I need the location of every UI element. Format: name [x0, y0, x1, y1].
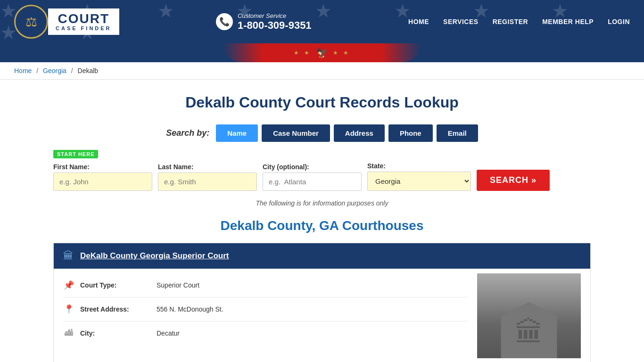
court-type-row: 📌 Court Type: Superior Court [63, 273, 468, 297]
page-title: Dekalb County Court Records Lookup [53, 94, 591, 111]
court-type-value: Superior Court [157, 281, 199, 289]
court-city-icon: 🏙 [63, 328, 74, 338]
city-label: City (optional): [263, 163, 362, 171]
state-field: State: Georgia Alabama Florida Tennessee… [367, 162, 471, 191]
court-address-label: Street Address: [80, 305, 151, 313]
court-address-row: 📍 Street Address: 556 N. McDonough St. [63, 297, 468, 321]
cs-label: Customer Service [238, 12, 312, 19]
first-name-input[interactable] [53, 173, 152, 191]
last-name-field: Last Name: [158, 163, 257, 191]
nav-login[interactable]: LOGIN [608, 18, 630, 25]
cs-phone: 1-800-309-9351 [238, 19, 312, 32]
nav-member-help[interactable]: MEMBER HELP [542, 18, 594, 25]
tab-name[interactable]: Name [216, 124, 258, 142]
last-name-label: Last Name: [158, 163, 257, 171]
search-by-row: Search by: Name Case Number Address Phon… [53, 124, 591, 142]
first-name-field: First Name: [53, 163, 152, 191]
logo-circle: ⚖ [14, 5, 48, 39]
courthouse-name-link[interactable]: DeKalb County Georgia Superior Court [80, 251, 229, 261]
ribbon-red: ★ ★ 🦅 ★ ★ [223, 43, 421, 62]
search-form-row: First Name: Last Name: City (optional): … [53, 162, 591, 191]
court-details: 📌 Court Type: Superior Court 📍 Street Ad… [63, 269, 468, 362]
logo-area: ⚖ COURT CASE FINDER [14, 5, 119, 39]
tab-address[interactable]: Address [334, 124, 385, 142]
site-header: ★ ★ ★ ★ ★ ★ ★ ★ ★ ★ ⚖ COURT CASE FINDER … [0, 0, 644, 43]
court-type-icon: 📌 [63, 280, 74, 290]
court-building-icon: 🏛 [63, 250, 74, 262]
search-by-label: Search by: [166, 128, 209, 138]
breadcrumb-sep-1: / [36, 67, 38, 74]
main-content: Dekalb County Court Records Lookup Searc… [39, 80, 605, 362]
customer-service-block: 📞 Customer Service 1-800-309-9351 [216, 12, 312, 32]
breadcrumb-state[interactable]: Georgia [43, 67, 66, 74]
ribbon-stars-left: ★ ★ [294, 49, 311, 56]
start-here-badge: START HERE [53, 150, 98, 158]
logo-text-block: COURT CASE FINDER [48, 8, 119, 35]
breadcrumb: Home / Georgia / Dekalb [0, 62, 644, 80]
state-select[interactable]: Georgia Alabama Florida Tennessee North … [367, 172, 471, 191]
court-photo [477, 273, 581, 358]
city-field: City (optional): [263, 163, 362, 191]
nav-home[interactable]: HOME [408, 18, 429, 25]
courthouse-card-header: 🏛 DeKalb County Georgia Superior Court [54, 243, 590, 269]
eagle-icon: 🦅 [316, 47, 328, 58]
court-city-label: City: [80, 329, 151, 337]
court-photo-placeholder [477, 273, 581, 358]
courthouse-card-body: 📌 Court Type: Superior Court 📍 Street Ad… [54, 269, 590, 362]
search-form-container: START HERE First Name: Last Name: City (… [53, 149, 591, 191]
tab-case-number[interactable]: Case Number [262, 124, 330, 142]
customer-service-info: Customer Service 1-800-309-9351 [238, 12, 312, 32]
logo-court-text: COURT [58, 12, 110, 25]
last-name-input[interactable] [158, 173, 257, 191]
court-type-label: Court Type: [80, 281, 151, 289]
ribbon-stars-right: ★ ★ [333, 49, 350, 56]
city-input[interactable] [263, 173, 362, 191]
info-note: The following is for information purpose… [53, 199, 591, 207]
breadcrumb-home[interactable]: Home [14, 67, 32, 74]
court-address-value: 556 N. McDonough St. [157, 305, 223, 313]
state-label: State: [367, 162, 471, 170]
breadcrumb-current: Dekalb [78, 67, 99, 74]
breadcrumb-sep-2: / [71, 67, 73, 74]
tab-phone[interactable]: Phone [388, 124, 433, 142]
nav-register[interactable]: REGISTER [493, 18, 528, 25]
tab-email[interactable]: Email [437, 124, 478, 142]
court-city-row: 🏙 City: Decatur [63, 321, 468, 345]
main-nav: HOME SERVICES REGISTER MEMBER HELP LOGIN [408, 18, 630, 25]
ribbon-area: ★ ★ 🦅 ★ ★ [0, 43, 644, 62]
first-name-label: First Name: [53, 163, 152, 171]
nav-services[interactable]: SERVICES [443, 18, 479, 25]
court-address-icon: 📍 [63, 304, 74, 314]
courthouses-title: Dekalb County, GA Courthouses [53, 218, 591, 233]
search-button[interactable]: SEARCH » [477, 170, 550, 191]
phone-icon: 📞 [216, 13, 233, 30]
logo-case-finder-text: CASE FINDER [56, 25, 112, 31]
scales-icon: ⚖ [25, 14, 37, 30]
court-city-value: Decatur [157, 329, 180, 337]
courthouse-card: 🏛 DeKalb County Georgia Superior Court 📌… [53, 243, 591, 362]
